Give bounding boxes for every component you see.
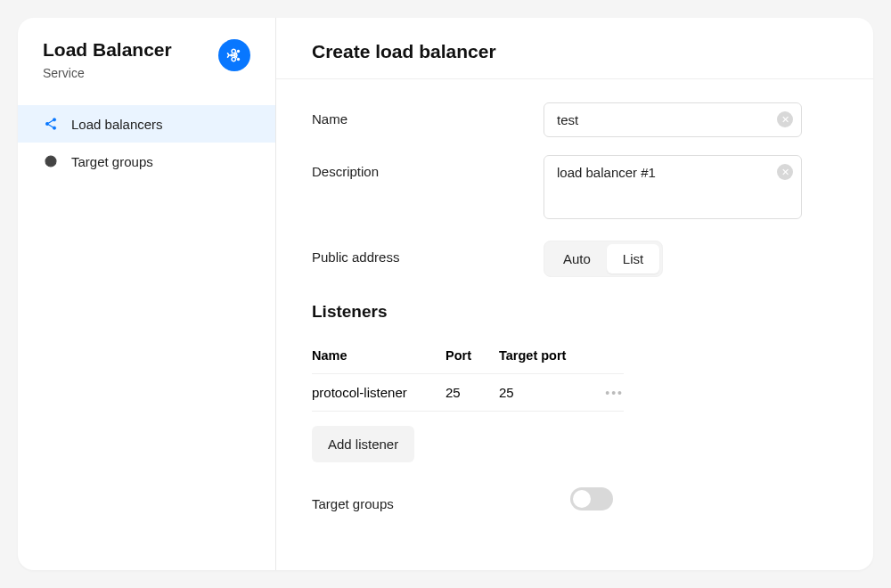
sidebar-header: Load Balancer Service [18, 39, 275, 96]
public-address-segmented: Auto List [544, 241, 663, 277]
sidebar-subtitle: Service [43, 66, 172, 80]
listeners-title: Listeners [312, 302, 838, 322]
svg-point-8 [50, 160, 52, 162]
main-content: Create load balancer Name ✕ Description … [276, 18, 873, 570]
address-auto-option[interactable]: Auto [547, 244, 607, 274]
svg-point-0 [237, 50, 240, 53]
name-input[interactable] [544, 102, 802, 137]
add-listener-button[interactable]: Add listener [312, 426, 414, 462]
target-groups-label: Target groups [312, 487, 570, 511]
service-icon[interactable] [218, 39, 250, 71]
svg-point-2 [230, 53, 233, 56]
sidebar-item-load-balancers[interactable]: Load balancers [18, 105, 275, 143]
address-list-option[interactable]: List [607, 244, 659, 274]
sidebar-item-target-groups[interactable]: Target groups [18, 143, 275, 180]
toggle-knob [573, 490, 591, 508]
row-target-groups: Target groups [312, 487, 838, 511]
sidebar-title: Load Balancer [43, 39, 172, 61]
cell-name: protocol-listener [312, 385, 446, 400]
divider [276, 78, 873, 79]
col-name: Name [312, 348, 446, 363]
target-groups-toggle[interactable] [570, 487, 613, 510]
table-header: Name Port Target port [312, 338, 624, 374]
col-target-port: Target port [499, 348, 588, 363]
target-icon [43, 153, 59, 169]
sidebar-item-label: Load balancers [71, 117, 163, 132]
description-label: Description [312, 155, 544, 179]
public-address-label: Public address [312, 241, 544, 265]
description-input[interactable] [544, 155, 802, 219]
svg-point-1 [237, 58, 240, 61]
page-title: Create load balancer [312, 41, 838, 62]
row-description: Description ✕ [312, 155, 838, 223]
clear-description-icon[interactable]: ✕ [777, 164, 793, 180]
listeners-table: Name Port Target port protocol-listener … [312, 338, 624, 412]
sidebar-nav: Load balancers Target groups [18, 105, 275, 180]
clear-name-icon[interactable]: ✕ [777, 111, 793, 127]
name-label: Name [312, 102, 544, 127]
cell-port: 25 [446, 385, 499, 400]
share-icon [43, 116, 59, 132]
sidebar-item-label: Target groups [71, 154, 153, 169]
col-port: Port [446, 348, 499, 363]
sidebar: Load Balancer Service Load balancers Tar… [18, 18, 276, 570]
row-name: Name ✕ [312, 102, 838, 137]
row-actions-icon[interactable]: ••• [605, 386, 624, 400]
table-row: protocol-listener 25 25 ••• [312, 374, 624, 412]
row-public-address: Public address Auto List [312, 241, 838, 277]
cell-target-port: 25 [499, 385, 588, 400]
